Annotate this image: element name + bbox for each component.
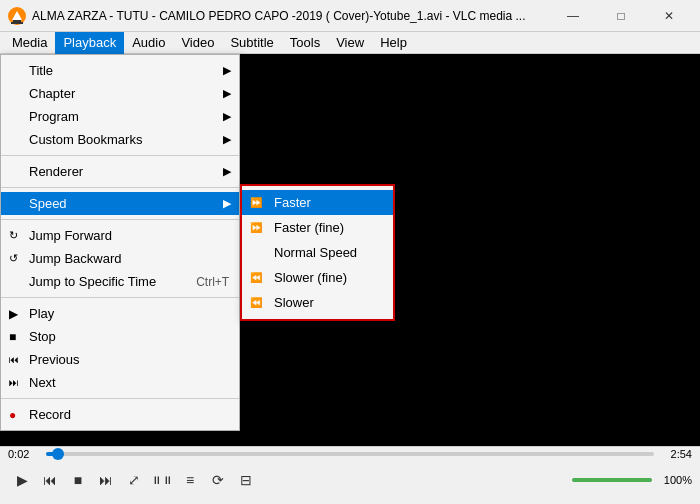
menu-entry-chapter-label: Chapter: [29, 86, 75, 101]
faster-fine-icon: ⏩: [250, 222, 262, 233]
menu-bar: Media Playback Audio Video Subtitle Tool…: [0, 32, 700, 54]
menu-entry-renderer[interactable]: Renderer ▶: [1, 160, 239, 183]
menu-help[interactable]: Help: [372, 32, 415, 54]
menu-audio[interactable]: Audio: [124, 32, 173, 54]
slower-icon: ⏪: [250, 297, 262, 308]
title-bar: ALMA ZARZA - TUTU - CAMILO PEDRO CAPO -2…: [0, 0, 700, 32]
time-total: 2:54: [660, 448, 692, 460]
separator-1: [1, 155, 239, 156]
speed-item-faster-fine-label: Faster (fine): [274, 220, 344, 235]
menu-entry-previous[interactable]: ⏮ Previous: [1, 348, 239, 371]
speed-item-normal[interactable]: Normal Speed: [242, 240, 393, 265]
menu-entry-jump-backward-label: Jump Backward: [29, 251, 121, 266]
menu-entry-speed[interactable]: Speed ▶: [1, 192, 239, 215]
menu-entry-record-label: Record: [29, 407, 71, 422]
bottom-bar: 0:02 2:54 ▶ ⏮ ■ ⏭ ⤢ ⏸⏸ ≡ ⟳ ⊟ 100%: [0, 446, 700, 504]
controls-row: ▶ ⏮ ■ ⏭ ⤢ ⏸⏸ ≡ ⟳ ⊟ 100%: [0, 461, 700, 499]
program-arrow-icon: ▶: [223, 110, 231, 123]
menu-entry-play-label: Play: [29, 306, 54, 321]
speed-arrow-icon: ▶: [223, 197, 231, 210]
volume-bar[interactable]: [572, 478, 652, 482]
slower-fine-icon: ⏪: [250, 272, 262, 283]
menu-entry-title[interactable]: Title ▶: [1, 59, 239, 82]
menu-entry-jump-forward[interactable]: ↻ Jump Forward: [1, 224, 239, 247]
speed-item-slower-fine-label: Slower (fine): [274, 270, 347, 285]
progress-bar-container[interactable]: 0:02 2:54: [0, 447, 700, 461]
speed-item-faster-fine[interactable]: ⏩ Faster (fine): [242, 215, 393, 240]
play-button[interactable]: ▶: [8, 466, 36, 494]
volume-fill: [572, 478, 652, 482]
next-button[interactable]: ⏭: [92, 466, 120, 494]
speed-item-slower-label: Slower: [274, 295, 314, 310]
separator-5: [1, 398, 239, 399]
extended-button[interactable]: ⏸⏸: [148, 466, 176, 494]
menu-playback[interactable]: Playback: [55, 32, 124, 54]
stop-button[interactable]: ■: [64, 466, 92, 494]
menu-video[interactable]: Video: [173, 32, 222, 54]
menu-entry-bookmarks[interactable]: Custom Bookmarks ▶: [1, 128, 239, 151]
progress-thumb: [52, 448, 64, 460]
menu-subtitle[interactable]: Subtitle: [222, 32, 281, 54]
menu-entry-jump-specific[interactable]: Jump to Specific Time Ctrl+T: [1, 270, 239, 293]
progress-track[interactable]: [46, 452, 654, 456]
previous-icon: ⏮: [9, 354, 19, 365]
fullscreen-button[interactable]: ⤢: [120, 466, 148, 494]
random-button[interactable]: ⊟: [232, 466, 260, 494]
menu-entry-title-label: Title: [29, 63, 53, 78]
separator-2: [1, 187, 239, 188]
menu-media[interactable]: Media: [4, 32, 55, 54]
menu-entry-bookmarks-label: Custom Bookmarks: [29, 132, 142, 147]
jump-specific-shortcut: Ctrl+T: [156, 275, 229, 289]
menu-entry-jump-forward-label: Jump Forward: [29, 228, 112, 243]
speed-item-slower-fine[interactable]: ⏪ Slower (fine): [242, 265, 393, 290]
time-elapsed: 0:02: [8, 448, 40, 460]
record-icon: ●: [9, 408, 16, 422]
menu-entry-program[interactable]: Program ▶: [1, 105, 239, 128]
menu-entry-stop-label: Stop: [29, 329, 56, 344]
window-controls: — □ ✕: [550, 0, 692, 32]
next-icon: ⏭: [9, 377, 19, 388]
menu-entry-renderer-label: Renderer: [29, 164, 83, 179]
title-arrow-icon: ▶: [223, 64, 231, 77]
renderer-arrow-icon: ▶: [223, 165, 231, 178]
bookmarks-arrow-icon: ▶: [223, 133, 231, 146]
menu-entry-speed-label: Speed: [29, 196, 67, 211]
playlist-button[interactable]: ≡: [176, 466, 204, 494]
speed-item-slower[interactable]: ⏪ Slower: [242, 290, 393, 315]
close-button[interactable]: ✕: [646, 0, 692, 32]
maximize-button[interactable]: □: [598, 0, 644, 32]
speed-item-faster-label: Faster: [274, 195, 311, 210]
dropdown-container: Title ▶ Chapter ▶ Program ▶ Custom Bookm…: [0, 54, 240, 431]
faster-icon: ⏩: [250, 197, 262, 208]
separator-3: [1, 219, 239, 220]
speed-item-normal-label: Normal Speed: [274, 245, 357, 260]
menu-entry-program-label: Program: [29, 109, 79, 124]
stop-icon: ■: [9, 330, 16, 344]
menu-entry-previous-label: Previous: [29, 352, 80, 367]
jump-backward-icon: ↺: [9, 252, 18, 265]
speed-item-faster[interactable]: ⏩ Faster: [242, 190, 393, 215]
menu-entry-record[interactable]: ● Record: [1, 403, 239, 426]
loop-button[interactable]: ⟳: [204, 466, 232, 494]
volume-label: 100%: [656, 474, 692, 486]
speed-submenu: ⏩ Faster ⏩ Faster (fine) Normal Speed ⏪ …: [240, 184, 395, 321]
menu-tools[interactable]: Tools: [282, 32, 328, 54]
menu-entry-jump-backward[interactable]: ↺ Jump Backward: [1, 247, 239, 270]
vlc-icon: [8, 7, 26, 25]
menu-entry-stop[interactable]: ■ Stop: [1, 325, 239, 348]
menu-entry-play[interactable]: ▶ Play: [1, 302, 239, 325]
separator-4: [1, 297, 239, 298]
prev-button[interactable]: ⏮: [36, 466, 64, 494]
window-title: ALMA ZARZA - TUTU - CAMILO PEDRO CAPO -2…: [32, 9, 550, 23]
menu-entry-next-label: Next: [29, 375, 56, 390]
playback-menu: Title ▶ Chapter ▶ Program ▶ Custom Bookm…: [0, 54, 240, 431]
menu-entry-jump-specific-label: Jump to Specific Time: [29, 274, 156, 289]
minimize-button[interactable]: —: [550, 0, 596, 32]
svg-rect-2: [13, 20, 21, 22]
chapter-arrow-icon: ▶: [223, 87, 231, 100]
menu-view[interactable]: View: [328, 32, 372, 54]
menu-entry-next[interactable]: ⏭ Next: [1, 371, 239, 394]
play-icon: ▶: [9, 307, 18, 321]
menu-entry-chapter[interactable]: Chapter ▶: [1, 82, 239, 105]
jump-forward-icon: ↻: [9, 229, 18, 242]
